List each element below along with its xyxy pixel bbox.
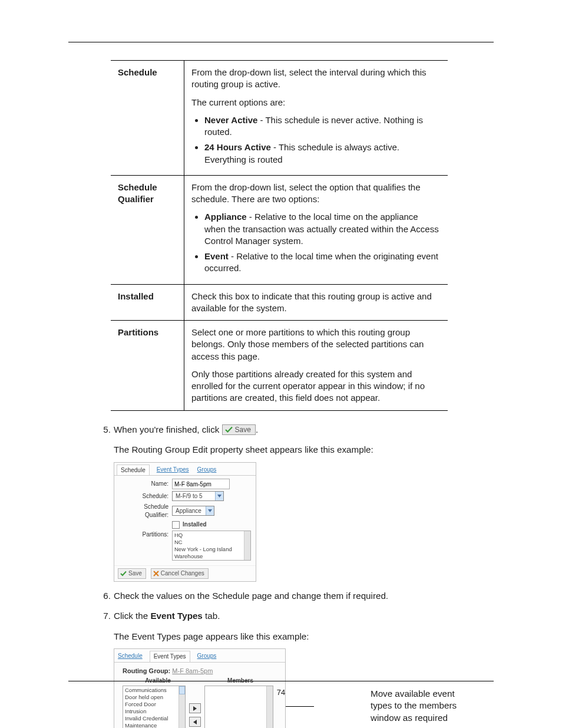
checkmark-icon: [225, 426, 233, 433]
arrow-right-icon: [193, 706, 197, 711]
term-line: Qualifier: [118, 194, 154, 204]
list-item: NC: [174, 539, 249, 546]
step-number: 6.: [98, 590, 111, 602]
step-7: 7. Click the Event Types tab. The Event …: [68, 610, 494, 728]
option-bold: Never Active: [204, 115, 257, 125]
step-text: Click the: [114, 611, 150, 621]
term-schedule: Schedule: [111, 61, 184, 176]
figure-tabs: Schedule Event Types Groups: [114, 463, 256, 476]
chevron-down-icon: [206, 506, 214, 515]
tab-event-types[interactable]: Event Types: [150, 651, 190, 662]
step-5: 5. When you're finished, click Save . Th…: [68, 424, 494, 582]
paragraph: From the drop-down list, select the inte…: [191, 67, 441, 91]
step-after-text: The Event Types page appears like this e…: [114, 631, 494, 643]
form-row-partitions: Partitions: HQ NC New York - Long Island…: [119, 531, 251, 561]
term-installed: Installed: [111, 284, 184, 321]
option-text: - Relative to the local time when the or…: [204, 251, 438, 273]
partitions-listbox[interactable]: HQ NC New York - Long Island Warehouse: [172, 531, 251, 561]
name-field[interactable]: [172, 479, 230, 489]
desc-schedule: From the drop-down list, select the inte…: [184, 61, 448, 176]
installed-label: Installed: [183, 521, 207, 528]
option-list: Appliance - Relative to the local time o…: [191, 211, 441, 274]
partitions-label: Partitions:: [119, 531, 172, 539]
top-rule: [68, 42, 494, 42]
routing-group-value: M-F 8am-5pm: [172, 667, 213, 674]
step-text: tab.: [203, 611, 220, 621]
chevron-down-icon: [215, 492, 223, 500]
qualifier-dropdown-value: Appliance: [173, 506, 206, 515]
list-item: New York - Long Island Warehouse: [174, 546, 249, 560]
save-button[interactable]: Save: [222, 424, 256, 435]
list-item: Never Active - This schedule is never ac…: [204, 114, 441, 139]
term-partitions: Partitions: [111, 321, 184, 411]
table-row: Installed Check this box to indicate tha…: [111, 284, 448, 321]
table-row: Partitions Select one or more partitions…: [111, 321, 448, 411]
routing-group-label: Routing Group:: [123, 667, 170, 674]
step-bold: Event Types: [150, 611, 202, 621]
list-item: Appliance - Relative to the local time o…: [204, 211, 441, 247]
step-text: .: [256, 424, 258, 434]
form-row-schedule: Schedule: M-F/9 to 5: [119, 491, 251, 501]
schedule-dropdown[interactable]: M-F/9 to 5: [172, 491, 224, 501]
form-row-name: Name:: [119, 479, 251, 489]
routing-group-heading: Routing Group: M-F 8am-5pm: [119, 666, 280, 677]
move-right-button[interactable]: [189, 703, 201, 713]
name-label: Name:: [119, 480, 172, 488]
page: Schedule From the drop-down list, select…: [0, 0, 562, 728]
move-left-button[interactable]: [189, 717, 201, 727]
step-text: When you're finished, click: [114, 424, 222, 434]
figure-body: Name: Schedule: M-F/9 to 5 Sch: [114, 475, 256, 565]
step-text: Check the values on the Schedule page an…: [114, 591, 388, 601]
cancel-icon: [153, 571, 159, 577]
paragraph: Check this box to indicate that this rou…: [191, 291, 441, 315]
list-item: 24 Hours Active - This schedule is alway…: [204, 141, 441, 166]
option-bold: Event: [204, 251, 229, 261]
save-button-label: Save: [235, 426, 251, 434]
tab-groups[interactable]: Groups: [196, 465, 218, 476]
paragraph: The current options are:: [191, 97, 441, 108]
term-line: Schedule: [118, 182, 157, 192]
desc-partitions: Select one or more partitions to which t…: [184, 321, 448, 411]
table-row: Schedule From the drop-down list, select…: [111, 61, 448, 176]
move-buttons: [189, 703, 201, 727]
page-footer: 74: [68, 681, 494, 698]
arrow-left-icon: [193, 720, 197, 724]
qualifier-label: Schedule Qualifier:: [119, 503, 172, 519]
list-item: Maintenance: [125, 722, 178, 728]
schedule-dropdown-value: M-F/9 to 5: [173, 492, 215, 500]
list-item: Forced Door: [125, 701, 178, 708]
page-number: 74: [277, 688, 285, 697]
option-bold: 24 Hours Active: [204, 142, 271, 152]
tab-schedule[interactable]: Schedule: [117, 465, 150, 476]
paragraph: Only those partitions already created fo…: [191, 368, 441, 404]
step-number: 7.: [98, 610, 111, 622]
save-button-label: Save: [128, 569, 142, 578]
table-row: Schedule Qualifier From the drop-down li…: [111, 175, 448, 284]
scrollbar[interactable]: [244, 531, 250, 561]
step-number: 5.: [98, 424, 111, 436]
installed-checkbox[interactable]: [172, 521, 180, 529]
tab-schedule[interactable]: Schedule: [117, 651, 144, 662]
option-list: Never Active - This schedule is never ac…: [191, 114, 441, 166]
save-button[interactable]: Save: [118, 568, 146, 579]
cancel-button[interactable]: Cancel Changes: [151, 568, 209, 579]
step-6: 6. Check the values on the Schedule page…: [68, 590, 494, 602]
figure-tabs: Schedule Event Types Groups: [114, 649, 285, 662]
checkmark-icon: [120, 571, 127, 577]
form-row-qualifier: Schedule Qualifier: Appliance: [119, 503, 251, 519]
step-after-text: The Routing Group Edit property sheet ap…: [114, 444, 494, 456]
option-bold: Appliance: [204, 212, 247, 222]
term-schedule-qualifier: Schedule Qualifier: [111, 175, 184, 284]
paragraph: From the drop-down list, select the opti…: [191, 182, 441, 206]
form-row-installed: Installed: [119, 521, 251, 529]
qualifier-dropdown[interactable]: Appliance: [172, 506, 214, 516]
list-item: Invalid Credential: [125, 715, 178, 722]
paragraph: Select one or more partitions to which t…: [191, 327, 441, 363]
figure-footer: Save Cancel Changes: [114, 565, 256, 581]
tab-groups[interactable]: Groups: [196, 651, 218, 662]
list-item: HQ: [174, 532, 249, 539]
tab-event-types[interactable]: Event Types: [156, 465, 190, 476]
list-item: Intrusion: [125, 708, 178, 715]
list-item: Event - Relative to the local time when …: [204, 251, 441, 275]
schedule-label: Schedule:: [119, 492, 172, 500]
